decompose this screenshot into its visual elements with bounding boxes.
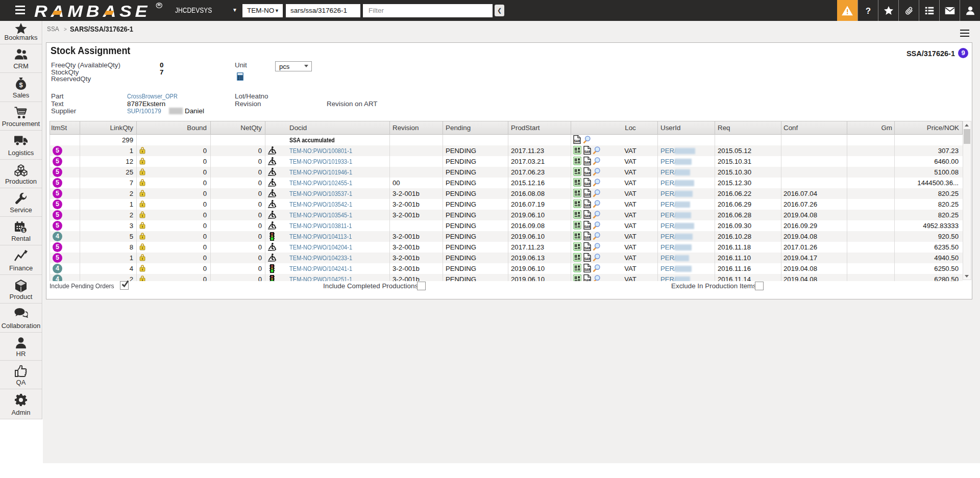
svg-text:SAR: SAR [584,279,591,281]
svg-text:$: $ [22,228,25,233]
svg-text:SAR: SAR [584,161,591,165]
svg-text:?: ? [865,6,870,16]
svg-text:SAR: SAR [574,140,580,143]
svg-text:SAR: SAR [584,215,591,218]
svg-text:$: $ [19,81,23,89]
svg-text:SAR: SAR [584,268,591,272]
svg-text:SAR: SAR [584,183,591,186]
svg-text:SAR: SAR [584,258,591,261]
svg-text:SAR: SAR [584,247,591,250]
svg-text:SAR: SAR [584,150,591,154]
svg-text:SAR: SAR [584,236,591,240]
svg-text:SAR: SAR [584,225,591,229]
svg-text:SAR: SAR [584,204,591,208]
svg-text:SAR: SAR [584,172,591,175]
svg-text:SAR: SAR [584,193,591,197]
